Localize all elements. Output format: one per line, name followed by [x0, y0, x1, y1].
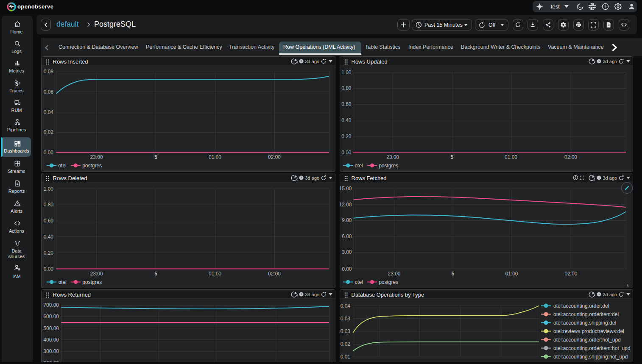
svg-text:0.04: 0.04 [341, 303, 351, 309]
svg-text:500.00: 500.00 [43, 325, 59, 331]
svg-text:otel: otel [58, 163, 66, 169]
svg-text:600.00: 600.00 [43, 314, 59, 320]
svg-text:postgres: postgres [82, 279, 102, 285]
svg-text:0.20: 0.20 [44, 250, 54, 256]
svg-text:otel: otel [354, 279, 363, 285]
svg-text:otel:accounting.shipping:del: otel:accounting.shipping:del [553, 320, 616, 326]
svg-text:1.00: 1.00 [44, 186, 54, 192]
svg-text:0.00: 0.00 [342, 266, 352, 272]
svg-text:otel:accounting.shipping:hot_u: otel:accounting.shipping:hot_upd [553, 354, 628, 360]
svg-text:0.02: 0.02 [341, 341, 351, 347]
svg-text:0.60: 0.60 [341, 101, 352, 107]
svg-text:0.03: 0.03 [341, 316, 351, 322]
svg-text:0.20: 0.20 [341, 133, 352, 139]
svg-text:otel:accounting.order:del: otel:accounting.order:del [553, 303, 609, 309]
svg-text:0.08: 0.08 [44, 69, 54, 75]
svg-text:23:00: 23:00 [90, 271, 103, 277]
svg-text:23:00: 23:00 [388, 271, 400, 277]
svg-text:5: 5 [154, 154, 157, 160]
svg-text:02:00: 02:00 [564, 271, 577, 277]
svg-text:otel:accounting.orderitem:hot_: otel:accounting.orderitem:hot_upd [553, 345, 630, 351]
svg-text:0.00: 0.00 [44, 266, 54, 272]
svg-text:23:00: 23:00 [90, 154, 103, 160]
svg-text:5: 5 [451, 154, 454, 160]
svg-text:3.00: 3.00 [342, 249, 352, 255]
svg-text:5: 5 [154, 271, 157, 277]
svg-text:02:00: 02:00 [268, 154, 281, 160]
svg-text:1.00: 1.00 [341, 69, 352, 75]
svg-text:12.00: 12.00 [340, 202, 352, 208]
svg-text:postgres: postgres [379, 279, 398, 285]
svg-text:0.00: 0.00 [341, 150, 352, 156]
svg-text:0.00: 0.00 [44, 150, 54, 156]
svg-text:300.00: 300.00 [43, 348, 59, 354]
svg-text:9.00: 9.00 [342, 217, 352, 223]
svg-text:0.80: 0.80 [44, 202, 54, 208]
svg-text:otel: otel [58, 279, 66, 285]
svg-text:6.00: 6.00 [342, 233, 352, 239]
svg-text:01:00: 01:00 [209, 154, 221, 160]
svg-text:5: 5 [452, 271, 455, 277]
svg-text:otel: otel [354, 163, 363, 169]
svg-text:0.04: 0.04 [44, 109, 54, 115]
svg-text:otel:accounting.order:hot_upd: otel:accounting.order:hot_upd [553, 337, 621, 343]
svg-text:01:00: 01:00 [505, 271, 518, 277]
svg-text:0.03: 0.03 [341, 328, 351, 334]
svg-text:23:00: 23:00 [386, 154, 399, 160]
svg-text:400.00: 400.00 [43, 337, 59, 343]
svg-text:0.01: 0.01 [341, 354, 351, 360]
svg-text:0.80: 0.80 [341, 85, 352, 91]
svg-text:0.60: 0.60 [44, 218, 54, 224]
svg-text:postgres: postgres [379, 163, 398, 169]
svg-text:02:00: 02:00 [564, 154, 577, 160]
svg-text:15.00: 15.00 [340, 186, 352, 192]
svg-text:postgres: postgres [82, 163, 102, 169]
svg-text:otel:accounting.orderitem:del: otel:accounting.orderitem:del [553, 311, 619, 317]
svg-text:0.40: 0.40 [341, 117, 352, 123]
svg-text:?: ? [604, 5, 607, 9]
svg-text:otel:reviews.productreviews:de: otel:reviews.productreviews:del [553, 328, 624, 334]
svg-text:01:00: 01:00 [505, 154, 517, 160]
svg-text:01:00: 01:00 [209, 271, 221, 277]
svg-text:0.02: 0.02 [44, 129, 54, 135]
svg-text:02:00: 02:00 [268, 271, 281, 277]
svg-text:700.00: 700.00 [43, 302, 59, 308]
svg-text:0.06: 0.06 [44, 89, 54, 95]
svg-text:0.40: 0.40 [44, 234, 54, 240]
